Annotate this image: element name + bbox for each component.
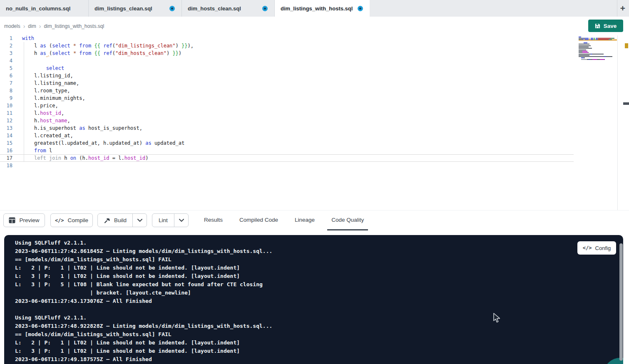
tab-label: dim_hosts_clean.sql [188,5,241,12]
code-token: ), [187,43,193,49]
editor-tab[interactable]: dim_hosts_clean.sql [182,0,275,17]
minimap-token [579,42,584,43]
code-token: , [67,118,70,124]
line-number: 3 [0,50,12,57]
panel-tab-results[interactable]: Results [200,210,227,230]
code-text: greatest(l.updated_at, h.updated_at) as … [22,140,184,146]
minimap-token [592,59,597,60]
scroll-position-marker [623,102,629,105]
panel-tab-compiled-code[interactable]: Compiled Code [235,210,282,230]
code-line[interactable]: 12 h.host_name, [0,117,574,124]
minimap-line [579,42,617,43]
terminal-scrollbar[interactable] [619,243,623,361]
code-line[interactable]: 1with [0,35,574,42]
line-number: 11 [0,109,12,117]
editor-tab[interactable]: dim_listings_with_hosts.sql [275,0,370,17]
minimap[interactable] [579,37,617,66]
compile-button[interactable]: </> Compile [50,213,93,227]
code-line[interactable]: 15 greatest(l.updated_at, h.updated_at) … [0,139,574,147]
minimap-line [579,52,617,53]
code-text: l.created_at, [22,133,73,139]
code-line[interactable]: 3 h as (select * from {{ ref("dim_hosts_… [0,50,574,57]
code-text: left join h on (h.host_id = l.host_id) [22,155,149,161]
action-bar: Preview </> Compile Build Lint Resu [0,210,629,230]
code-token: left join [34,155,61,161]
minimap-token [597,59,600,60]
code-token: host_id [124,155,146,161]
save-button[interactable]: Save [588,20,623,32]
editor-tab[interactable]: dim_listings_clean.sql [89,0,182,17]
code-token [70,50,73,56]
breadcrumb: models›dim›dim_listings_with_hosts.sql [4,17,104,35]
code-token: ) [145,155,148,161]
code-token: ) [179,50,181,56]
code-line[interactable]: 5 select [0,64,574,72]
code-token: , [61,110,64,116]
code-token: ref [103,43,112,49]
code-token: l [22,43,40,49]
code-text: l.host_id, [22,110,64,116]
code-token: l.listing_name, [22,80,79,86]
code-text: h.host_name, [22,118,70,124]
code-line[interactable]: 4 [0,57,574,64]
code-line[interactable]: 13 h.is_superhost as host_is_superhost, [0,124,574,132]
lint-output-terminal: Using SQLFluff v2.1.1. 2023-06-06T11:27:… [4,235,623,364]
config-button[interactable]: </> Config [577,241,616,255]
minimap-token [579,47,589,47]
code-line[interactable]: 9 l.minimum_nights, [0,94,574,102]
unsaved-changes-icon [358,6,363,11]
minimap-token [579,55,589,56]
lint-button[interactable]: Lint [152,214,174,227]
breadcrumb-item[interactable]: models [4,23,20,29]
code-line[interactable]: 11 l.host_id, [0,109,574,117]
code-line[interactable]: 6 l.listing_id, [0,72,574,79]
minimap-line [579,51,617,52]
code-brackets-icon: </> [583,245,592,251]
dbt-cloud-ide: { "tabs": [ { "label": "no_nulls_in_colu… [0,0,629,364]
editor-tab[interactable]: no_nulls_in_columns.sql [0,0,89,17]
code-brackets-icon: </> [55,218,64,223]
panel-tab-code-quality[interactable]: Code Quality [327,210,368,230]
code-token: "dim_listings_clean" [115,43,176,49]
build-split-button: Build [97,213,147,227]
panel-tab-list: ResultsCompiled CodeLineageCode Quality [200,210,376,230]
build-button[interactable]: Build [98,214,133,227]
minimap-token [585,39,589,40]
lint-dropdown-toggle[interactable] [174,214,188,227]
minimap-line [579,37,617,37]
save-button-label: Save [604,23,617,29]
panel-tab-lineage[interactable]: Lineage [291,210,319,230]
build-dropdown-toggle[interactable] [133,214,147,227]
code-token [46,50,49,56]
code-token: host_id [40,110,61,116]
new-tab-button[interactable]: + [618,3,627,13]
code-editor[interactable]: 1with2 l as (select * from {{ ref("dim_l… [0,35,629,210]
code-line[interactable]: 16 from l [0,147,574,154]
lint-split-button: Lint [152,213,189,227]
minimap-token [584,57,585,58]
minimap-line [579,50,617,50]
code-token: * [73,43,76,49]
minimap-token [584,42,587,43]
code-token: "dim_hosts_clean" [115,50,167,56]
minimap-token [579,56,604,57]
preview-button[interactable]: Preview [3,213,45,227]
minimap-token [588,52,589,53]
code-line[interactable]: 18 [0,162,574,169]
code-line[interactable]: 17 left join h on (h.host_id = l.host_id… [0,154,574,162]
code-line[interactable]: 14 l.created_at, [0,132,574,139]
terminal-output: Using SQLFluff v2.1.1. 2023-06-06T11:27:… [15,239,272,364]
code-text: l.listing_id, [22,73,73,79]
code-token: h [22,50,40,56]
code-line[interactable]: 8 l.room_type, [0,87,574,94]
lint-button-label: Lint [159,217,168,223]
code-line[interactable]: 10 l.price, [0,102,574,109]
line-number: 6 [0,72,12,79]
code-line[interactable]: 2 l as (select * from {{ ref("dim_listin… [0,42,574,50]
breadcrumb-item[interactable]: dim [28,23,36,29]
breadcrumb-item[interactable]: dim_listings_with_hosts.sql [44,23,104,29]
line-number: 14 [0,132,12,139]
code-line[interactable]: 7 l.listing_name, [0,79,574,87]
line-number: 2 [0,42,12,50]
chevron-down-icon [137,219,142,222]
